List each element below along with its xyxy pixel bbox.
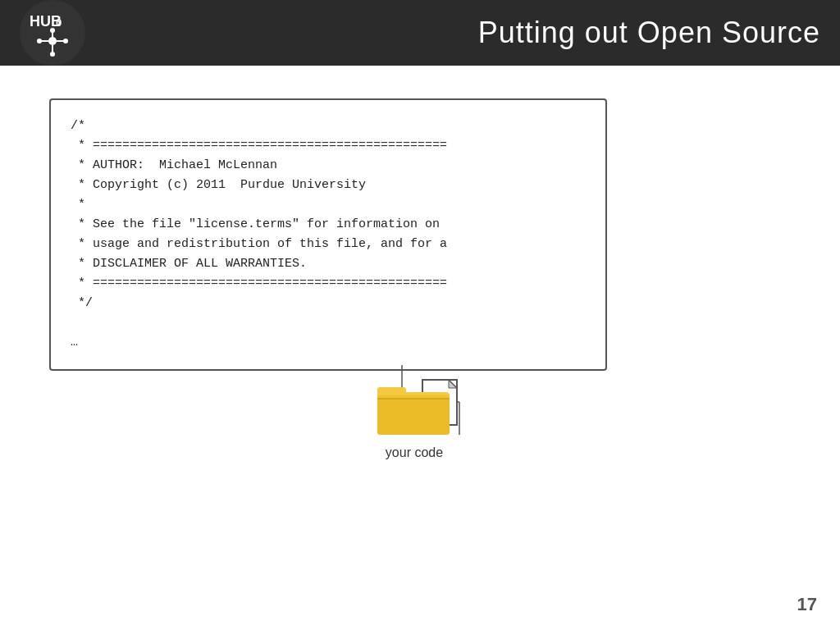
svg-point-9 (63, 39, 68, 43)
svg-rect-20 (377, 399, 450, 435)
folder-label: your code (386, 445, 443, 460)
page-title: Putting out Open Source (85, 16, 820, 50)
page-number: 17 (797, 594, 817, 615)
folder-icon (377, 377, 451, 439)
code-box: /* * ===================================… (49, 98, 607, 371)
header: HUB 0 Putting out Open Source (0, 0, 840, 66)
svg-point-10 (50, 52, 55, 57)
code-content: /* * ===================================… (71, 116, 586, 353)
svg-point-2 (48, 37, 57, 45)
svg-text:0: 0 (56, 16, 62, 29)
folder-area: your code (377, 377, 451, 460)
logo: HUB 0 (20, 0, 85, 66)
main-content: /* * ===================================… (0, 66, 840, 404)
svg-point-7 (50, 28, 55, 33)
svg-point-8 (37, 39, 42, 43)
hubzero-logo-icon: HUB 0 (28, 8, 77, 57)
